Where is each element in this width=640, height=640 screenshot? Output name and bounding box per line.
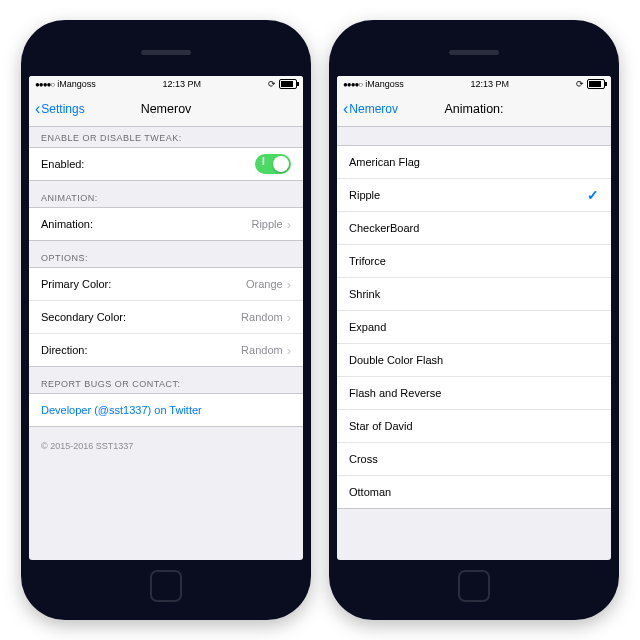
list-item[interactable]: Ripple✓ (337, 179, 611, 212)
phone-left: ●●●●○ iMangoss 12:13 PM ⟳ ‹ Settings Nem… (21, 20, 311, 620)
list-item[interactable]: Star of David (337, 410, 611, 443)
screen-right: ●●●●○ iMangoss 12:13 PM ⟳ ‹ Nemerov Anim… (337, 76, 611, 560)
primary-color-cell[interactable]: Primary Color: Orange › (29, 268, 303, 301)
orientation-lock-icon: ⟳ (576, 79, 584, 89)
status-bar: ●●●●○ iMangoss 12:13 PM ⟳ (29, 76, 303, 92)
animation-cell[interactable]: Animation: Ripple › (29, 208, 303, 240)
back-button[interactable]: ‹ Settings (35, 101, 85, 117)
list-item[interactable]: CheckerBoard (337, 212, 611, 245)
nav-bar: ‹ Settings Nemerov (29, 92, 303, 127)
chevron-right-icon: › (287, 310, 291, 325)
back-label: Nemerov (349, 102, 398, 116)
list-item[interactable]: Ottoman (337, 476, 611, 508)
direction-cell[interactable]: Direction: Random › (29, 334, 303, 366)
list-item[interactable]: Flash and Reverse (337, 377, 611, 410)
footer-note: © 2015-2016 SST1337 (29, 427, 303, 465)
carrier-label: iMangoss (365, 79, 404, 89)
animation-value: Ripple (251, 218, 282, 230)
signal-dots-icon: ●●●●○ (343, 80, 362, 89)
home-button[interactable] (150, 570, 182, 602)
chevron-right-icon: › (287, 277, 291, 292)
back-label: Settings (41, 102, 84, 116)
developer-link-cell[interactable]: Developer (@sst1337) on Twitter (29, 394, 303, 426)
list-item[interactable]: Expand (337, 311, 611, 344)
chevron-left-icon: ‹ (343, 101, 348, 117)
animation-label: Animation: (41, 218, 93, 230)
signal-dots-icon: ●●●●○ (35, 80, 54, 89)
list-item[interactable]: Triforce (337, 245, 611, 278)
clock-label: 12:13 PM (471, 79, 510, 89)
carrier-label: iMangoss (57, 79, 96, 89)
back-button[interactable]: ‹ Nemerov (343, 101, 398, 117)
screen-left: ●●●●○ iMangoss 12:13 PM ⟳ ‹ Settings Nem… (29, 76, 303, 560)
animation-list[interactable]: American Flag Ripple✓ CheckerBoard Trifo… (337, 127, 611, 560)
group-header-options: OPTIONS: (29, 241, 303, 267)
chevron-left-icon: ‹ (35, 101, 40, 117)
phone-right: ●●●●○ iMangoss 12:13 PM ⟳ ‹ Nemerov Anim… (329, 20, 619, 620)
list-item[interactable]: Shrink (337, 278, 611, 311)
secondary-color-label: Secondary Color: (41, 311, 126, 323)
list-item[interactable]: American Flag (337, 146, 611, 179)
primary-color-label: Primary Color: (41, 278, 111, 290)
orientation-lock-icon: ⟳ (268, 79, 276, 89)
chevron-right-icon: › (287, 343, 291, 358)
settings-content[interactable]: ENABLE OR DISABLE TWEAK: Enabled: ANIMAT… (29, 127, 303, 560)
checkmark-icon: ✓ (587, 187, 599, 203)
group-header-report: REPORT BUGS OR CONTACT: (29, 367, 303, 393)
primary-color-value: Orange (246, 278, 283, 290)
developer-link-label: Developer (@sst1337) on Twitter (41, 404, 202, 416)
battery-icon (587, 79, 605, 89)
earpiece (141, 50, 191, 55)
battery-icon (279, 79, 297, 89)
nav-bar: ‹ Nemerov Animation: (337, 92, 611, 127)
group-header-animation: ANIMATION: (29, 181, 303, 207)
list-item[interactable]: Cross (337, 443, 611, 476)
chevron-right-icon: › (287, 217, 291, 232)
secondary-color-cell[interactable]: Secondary Color: Random › (29, 301, 303, 334)
earpiece (449, 50, 499, 55)
secondary-color-value: Random (241, 311, 283, 323)
direction-label: Direction: (41, 344, 87, 356)
enabled-switch[interactable] (255, 154, 291, 174)
group-header-enable: ENABLE OR DISABLE TWEAK: (29, 127, 303, 147)
enabled-cell[interactable]: Enabled: (29, 148, 303, 180)
direction-value: Random (241, 344, 283, 356)
enabled-label: Enabled: (41, 158, 84, 170)
status-bar: ●●●●○ iMangoss 12:13 PM ⟳ (337, 76, 611, 92)
animation-options-group: American Flag Ripple✓ CheckerBoard Trifo… (337, 145, 611, 509)
list-item[interactable]: Double Color Flash (337, 344, 611, 377)
home-button[interactable] (458, 570, 490, 602)
clock-label: 12:13 PM (163, 79, 202, 89)
